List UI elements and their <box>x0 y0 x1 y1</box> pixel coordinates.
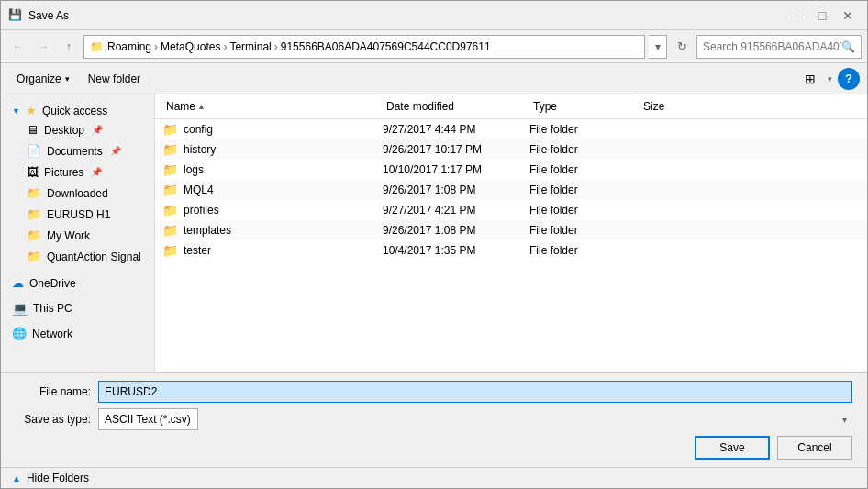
organize-label: Organize <box>17 72 61 85</box>
search-input[interactable] <box>703 40 841 53</box>
view-button[interactable]: ⊞ <box>798 67 822 91</box>
hide-folders-bar[interactable]: ▲ Hide Folders <box>1 467 867 488</box>
network-item[interactable]: 🌐 Network <box>1 321 154 342</box>
file-list-header: Name ▲ Date modified Type Size <box>155 94 867 119</box>
table-row[interactable]: 📁 tester 10/4/2017 1:35 PM File folder <box>155 240 867 261</box>
file-type: File folder <box>529 183 640 196</box>
select-arrow-icon: ▾ <box>842 415 847 425</box>
file-date: 10/10/2017 1:17 PM <box>383 163 529 176</box>
quick-access-chevron-icon: ▼ <box>12 106 20 116</box>
file-rows-container: 📁 config 9/27/2017 4:44 PM File folder 📁… <box>155 119 867 261</box>
organize-chevron-icon: ▾ <box>65 74 70 83</box>
thispc-section: 💻 This PC <box>1 295 154 317</box>
col-type-label: Type <box>533 100 557 113</box>
bottom-bar: File name: Save as type: ASCII Text (*.c… <box>1 372 867 467</box>
pictures-label: Pictures <box>44 166 83 179</box>
filename-row: File name: <box>16 381 852 403</box>
cancel-button[interactable]: Cancel <box>777 436 852 460</box>
help-button[interactable]: ? <box>838 68 860 90</box>
table-row[interactable]: 📁 templates 9/26/2017 1:08 PM File folde… <box>155 220 867 240</box>
folder-icon-addr: 📁 <box>90 40 104 53</box>
new-folder-label: New folder <box>88 72 140 85</box>
file-name: MQL4 <box>184 183 214 196</box>
sidebar-item-eurusd-h1[interactable]: 📁 EURUSD H1 <box>1 204 154 225</box>
back-button[interactable]: ← <box>6 36 28 58</box>
file-type: File folder <box>529 204 640 217</box>
table-row[interactable]: 📁 history 9/26/2017 10:17 PM File folder <box>155 139 867 160</box>
forward-button[interactable]: → <box>32 36 54 58</box>
file-date: 10/4/2017 1:35 PM <box>383 244 529 257</box>
action-buttons: Save Cancel <box>16 436 852 460</box>
pin-icon-documents: 📌 <box>110 146 121 156</box>
folder-icon: 📁 <box>162 223 178 238</box>
downloaded-icon: 📁 <box>27 186 41 200</box>
savetype-wrapper: ASCII Text (*.csv) ▾ <box>98 408 852 430</box>
onedrive-label: OneDrive <box>29 277 76 290</box>
file-type: File folder <box>529 224 640 237</box>
eurusd-label: EURUSD H1 <box>47 208 110 221</box>
downloaded-label: Downloaded <box>47 187 108 200</box>
col-size-label: Size <box>643 100 664 113</box>
documents-icon: 📄 <box>27 144 41 158</box>
sidebar-item-documents[interactable]: 📄 Documents 📌 <box>1 140 154 161</box>
save-button[interactable]: Save <box>695 436 770 460</box>
col-sort-arrow-icon: ▲ <box>197 102 206 111</box>
file-name: config <box>184 123 213 136</box>
filename-input[interactable] <box>98 381 852 403</box>
filename-label: File name: <box>16 385 98 398</box>
sidebar-item-quantaction[interactable]: 📁 QuantAction Signal <box>1 246 154 267</box>
save-as-dialog: 💾 Save As — □ ✕ ← → ↑ 📁 Roaming › MetaQu… <box>0 0 868 489</box>
network-section: 🌐 Network <box>1 321 154 342</box>
dialog-icon: 💾 <box>8 8 23 23</box>
col-name-label: Name <box>166 100 195 113</box>
sidebar: ▼ ★ Quick access 🖥 Desktop 📌 📄 Documents… <box>1 94 155 372</box>
sidebar-item-my-work[interactable]: 📁 My Work <box>1 225 154 246</box>
quick-access-label: Quick access <box>42 105 107 117</box>
toolbar-right: ⊞ ▾ ? <box>798 67 860 91</box>
col-header-date[interactable]: Date modified <box>383 98 529 115</box>
pictures-icon: 🖼 <box>27 165 39 179</box>
sidebar-item-desktop[interactable]: 🖥 Desktop 📌 <box>1 119 154 140</box>
col-header-name[interactable]: Name ▲ <box>162 98 383 115</box>
mywork-label: My Work <box>47 229 90 242</box>
refresh-button[interactable]: ↻ <box>671 35 693 59</box>
savetype-select[interactable]: ASCII Text (*.csv) <box>98 408 198 430</box>
mywork-icon: 📁 <box>27 228 41 242</box>
table-row[interactable]: 📁 logs 10/10/2017 1:17 PM File folder <box>155 160 867 180</box>
sidebar-item-pictures[interactable]: 🖼 Pictures 📌 <box>1 161 154 183</box>
table-row[interactable]: 📁 MQL4 9/26/2017 1:08 PM File folder <box>155 180 867 200</box>
folder-icon: 📁 <box>162 243 178 258</box>
hide-folders-chevron-icon: ▲ <box>12 473 21 483</box>
search-box[interactable]: 🔍 <box>696 35 862 59</box>
sidebar-item-downloaded[interactable]: 📁 Downloaded <box>1 183 154 204</box>
quick-access-header[interactable]: ▼ ★ Quick access <box>1 98 154 119</box>
table-row[interactable]: 📁 profiles 9/27/2017 4:21 PM File folder <box>155 200 867 220</box>
onedrive-item[interactable]: ☁ OneDrive <box>1 271 154 292</box>
new-folder-button[interactable]: New folder <box>80 67 149 91</box>
network-label: Network <box>32 328 72 340</box>
table-row[interactable]: 📁 config 9/27/2017 4:44 PM File folder <box>155 119 867 139</box>
thispc-label: This PC <box>33 302 72 315</box>
up-button[interactable]: ↑ <box>58 36 80 58</box>
desktop-label: Desktop <box>44 124 84 137</box>
dialog-title: Save As <box>28 9 785 22</box>
breadcrumb-roaming: Roaming <box>107 40 151 53</box>
onedrive-icon: ☁ <box>12 276 24 290</box>
desktop-icon: 🖥 <box>27 123 39 137</box>
file-type: File folder <box>529 163 640 176</box>
file-name: profiles <box>184 204 219 217</box>
minimize-button[interactable]: — <box>785 6 808 25</box>
file-type: File folder <box>529 244 640 257</box>
file-name: templates <box>184 224 231 237</box>
file-date: 9/26/2017 10:17 PM <box>383 143 529 156</box>
thispc-item[interactable]: 💻 This PC <box>1 295 154 317</box>
address-box[interactable]: 📁 Roaming › MetaQuotes › Terminal › 9155… <box>83 35 645 59</box>
organize-button[interactable]: Organize ▾ <box>8 67 78 91</box>
col-header-size[interactable]: Size <box>640 98 713 115</box>
maximize-button[interactable]: □ <box>810 6 834 25</box>
file-date: 9/26/2017 1:08 PM <box>383 224 529 237</box>
address-dropdown[interactable]: ▾ <box>649 35 667 59</box>
close-button[interactable]: ✕ <box>836 6 860 25</box>
search-icon: 🔍 <box>841 40 855 53</box>
col-header-type[interactable]: Type <box>529 98 640 115</box>
